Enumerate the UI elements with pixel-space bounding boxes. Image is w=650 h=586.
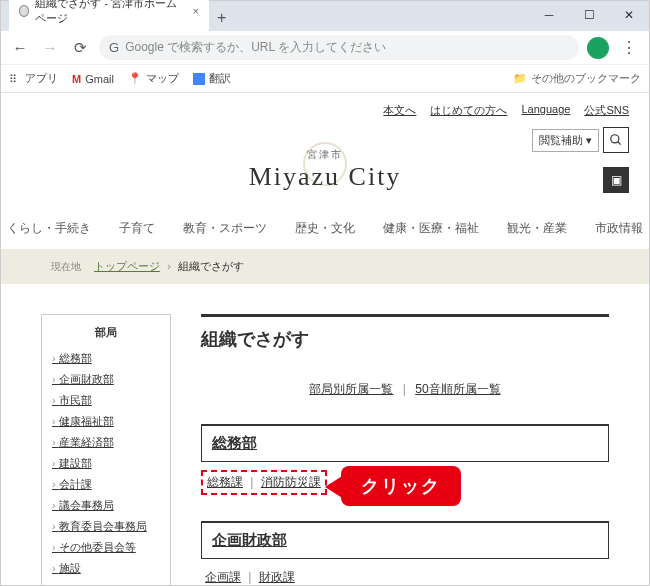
sidebar-item-gikai[interactable]: 議会事務局 [52, 495, 160, 516]
other-bookmarks[interactable]: 📁その他のブックマーク [513, 71, 641, 86]
logo-main: Miyazu City [1, 162, 649, 192]
back-button[interactable]: ← [9, 39, 31, 56]
browser-menu-icon[interactable]: ⋮ [617, 38, 641, 57]
tab-title: 組織でさがす - 宮津市ホームページ [35, 0, 182, 26]
sidebar-item-kenkofukushi[interactable]: 健康福祉部 [52, 411, 160, 432]
link-soumuka[interactable]: 総務課 [207, 475, 243, 489]
sidebar-title: 部局 [52, 325, 160, 340]
new-tab-button[interactable]: + [209, 5, 234, 31]
profile-avatar[interactable] [587, 37, 609, 59]
gojuon-list-link[interactable]: 50音順所属一覧 [415, 382, 500, 396]
sidebar-item-shimin[interactable]: 市民部 [52, 390, 160, 411]
link-kikakuka[interactable]: 企画課 [205, 570, 241, 584]
gmail-icon: M [72, 73, 81, 85]
breadcrumb-top-link[interactable]: トップページ [94, 260, 160, 272]
sidebar-item-soumu[interactable]: 総務部 [52, 348, 160, 369]
apps-shortcut[interactable]: ⠿アプリ [9, 71, 58, 86]
sidebar-item-sangyo[interactable]: 産業経済部 [52, 432, 160, 453]
forward-button[interactable]: → [39, 39, 61, 56]
nav-kurashi[interactable]: くらし・手続き [7, 220, 91, 237]
dept-kikaku: 企画財政部 企画課 | 財政課 [201, 521, 609, 585]
apps-icon: ⠿ [9, 73, 21, 85]
window-close-button[interactable]: ✕ [609, 1, 649, 29]
page-title: 組織でさがす [201, 314, 609, 351]
address-bar: ← → ⟳ G Google で検索するか、URL を入力してください ⋮ [1, 31, 649, 65]
nav-shisei[interactable]: 市政情報 [595, 220, 643, 237]
dept-soumu-title[interactable]: 総務部 [201, 424, 609, 462]
breadcrumb-current: 組織でさがす [178, 260, 244, 272]
browser-tab[interactable]: 組織でさがす - 宮津市ホームページ × [9, 0, 209, 31]
nav-kanko[interactable]: 観光・産業 [507, 220, 567, 237]
site-logo[interactable]: 宮津市 Miyazu City [1, 124, 649, 208]
link-zaiseika[interactable]: 財政課 [259, 570, 295, 584]
nav-kyoiku[interactable]: 教育・スポーツ [183, 220, 267, 237]
folder-icon: 📁 [513, 72, 527, 85]
dept-kikaku-title[interactable]: 企画財政部 [201, 521, 609, 559]
main-nav: くらし・手続き 子育て 教育・スポーツ 歴史・文化 健康・医療・福祉 観光・産業… [1, 208, 649, 249]
sidebar-item-shisetsu[interactable]: 施設 [52, 558, 160, 579]
search-icon: G [109, 40, 119, 55]
page-viewport[interactable]: 本文へ はじめての方へ Language 公式SNS 閲覧補助▾ ▣ 宮津市 M… [1, 93, 649, 585]
sidebar: 部局 総務部 企画財政部 市民部 健康福祉部 産業経済部 建設部 会計課 議会事… [41, 314, 171, 585]
translate-icon [193, 73, 205, 85]
bookmark-translate[interactable]: 翻訳 [193, 71, 231, 86]
sidebar-item-kaikei[interactable]: 会計課 [52, 474, 160, 495]
breadcrumb: 現在地 トップページ › 組織でさがす [1, 249, 649, 284]
bookmark-gmail[interactable]: MGmail [72, 73, 114, 85]
url-placeholder: Google で検索するか、URL を入力してください [125, 39, 386, 56]
logo-subtitle: 宮津市 [1, 148, 649, 162]
reload-button[interactable]: ⟳ [69, 39, 91, 57]
browser-titlebar: 組織でさがす - 宮津市ホームページ × + ─ ☐ ✕ [1, 1, 649, 31]
sidebar-item-kyoiku-iinkai[interactable]: 教育委員会事務局 [52, 516, 160, 537]
nav-rekishi[interactable]: 歴史・文化 [295, 220, 355, 237]
first-time-link[interactable]: はじめての方へ [430, 103, 507, 118]
bukyoku-list-link[interactable]: 部局別所属一覧 [309, 382, 393, 396]
nav-kenko[interactable]: 健康・医療・福祉 [383, 220, 479, 237]
tab-favicon [19, 5, 29, 17]
main-content: 組織でさがす 部局別所属一覧 | 50音順所属一覧 総務部 総務課 | [201, 314, 609, 585]
url-input[interactable]: G Google で検索するか、URL を入力してください [99, 35, 579, 60]
window-minimize-button[interactable]: ─ [529, 1, 569, 29]
official-sns-link[interactable]: 公式SNS [584, 103, 629, 118]
dept-soumu: 総務部 総務課 | 消防防災課 [201, 424, 609, 503]
bookmarks-bar: ⠿アプリ MGmail 📍マップ 翻訳 📁その他のブックマーク [1, 65, 649, 93]
bookmark-maps[interactable]: 📍マップ [128, 71, 179, 86]
skip-to-content-link[interactable]: 本文へ [383, 103, 416, 118]
sidebar-item-kensetsu[interactable]: 建設部 [52, 453, 160, 474]
breadcrumb-label: 現在地 [51, 261, 81, 272]
sidebar-item-sonota[interactable]: その他委員会等 [52, 537, 160, 558]
utility-nav: 本文へ はじめての方へ Language 公式SNS [1, 93, 649, 124]
language-link[interactable]: Language [521, 103, 570, 118]
window-maximize-button[interactable]: ☐ [569, 1, 609, 29]
nav-kosodate[interactable]: 子育て [119, 220, 155, 237]
list-type-links: 部局別所属一覧 | 50音順所属一覧 [201, 381, 609, 398]
highlight-target: 総務課 | 消防防災課 [201, 470, 327, 495]
maps-icon: 📍 [128, 72, 142, 85]
link-shobobosai[interactable]: 消防防災課 [261, 475, 321, 489]
tab-close-icon[interactable]: × [193, 5, 199, 17]
sidebar-item-kikaku[interactable]: 企画財政部 [52, 369, 160, 390]
